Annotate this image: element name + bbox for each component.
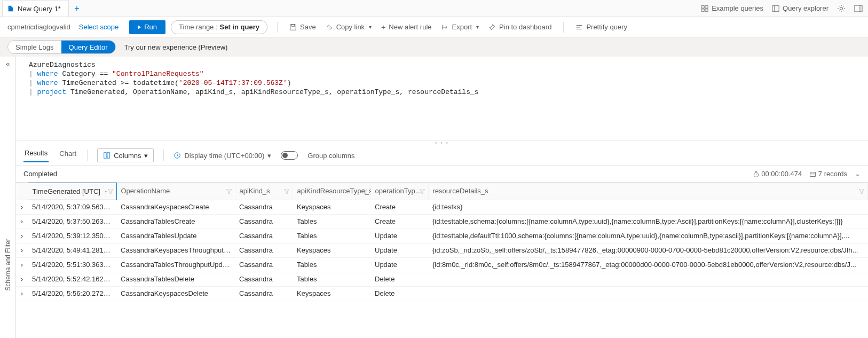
- cell-kind: Cassandra: [235, 229, 293, 243]
- table-row[interactable]: ›5/14/2020, 5:37:09.563 PMCassandraKeysp…: [16, 200, 868, 214]
- prettify-label: Prettify query: [586, 23, 627, 31]
- cell-otype: Update: [370, 229, 428, 243]
- status-bar: Completed 00:00:00.474 7 records ⌄: [16, 166, 868, 182]
- copy-link-button[interactable]: Copy link ▾: [323, 23, 374, 31]
- cell-otype: Create: [370, 214, 428, 229]
- query-code[interactable]: AzureDiagnostics | where Category == "Co…: [23, 57, 868, 140]
- copy-link-label: Copy link: [336, 23, 365, 31]
- expand-row-button[interactable]: ›: [16, 243, 28, 257]
- col-header-rtype[interactable]: apiKindResourceType_s: [293, 183, 370, 200]
- resize-handle[interactable]: • • •: [16, 140, 868, 146]
- prettify-button[interactable]: Prettify query: [573, 23, 629, 31]
- cell-rtype: Tables: [293, 229, 370, 243]
- query-explorer-button[interactable]: Query explorer: [772, 4, 828, 12]
- filter-icon[interactable]: [420, 187, 425, 195]
- filter-icon[interactable]: [284, 187, 289, 195]
- table-row[interactable]: ›5/14/2020, 5:52:42.162 PMCassandraTable…: [16, 272, 868, 286]
- link-icon: [326, 23, 333, 31]
- col-header-details[interactable]: resourceDetails_s: [428, 183, 868, 200]
- save-label: Save: [300, 23, 316, 31]
- cell-op: CassandraKeyspacesThroughputUpdate: [116, 243, 235, 257]
- simple-logs-pill[interactable]: Simple Logs: [8, 41, 61, 53]
- cell-kind: Cassandra: [235, 286, 293, 301]
- settings-icon[interactable]: [837, 4, 846, 13]
- save-icon: [289, 23, 297, 31]
- query-editor[interactable]: AzureDiagnostics | where Category == "Co…: [16, 57, 868, 140]
- collapse-rail-button[interactable]: «: [6, 60, 10, 68]
- svg-rect-3: [705, 9, 708, 11]
- expand-row-button[interactable]: ›: [16, 214, 28, 229]
- pin-button[interactable]: Pin to dashboard: [486, 23, 554, 31]
- filter-icon[interactable]: [859, 187, 864, 195]
- cell-rtype: Keyspaces: [293, 200, 370, 214]
- expand-row-button[interactable]: ›: [16, 272, 28, 286]
- columns-button[interactable]: Columns ▾: [97, 148, 154, 162]
- chart-tab[interactable]: Chart: [58, 150, 77, 162]
- export-label: Export: [452, 23, 472, 31]
- cell-otype: Delete: [370, 272, 428, 286]
- cell-otype: Delete: [370, 286, 428, 301]
- display-time-button[interactable]: Display time (UTC+00:00) ▾: [173, 152, 271, 160]
- example-queries-button[interactable]: Example queries: [701, 4, 763, 12]
- save-button[interactable]: Save: [287, 23, 318, 31]
- example-queries-icon: [701, 5, 708, 12]
- export-button[interactable]: Export ▾: [439, 23, 482, 31]
- svg-point-6: [840, 7, 843, 10]
- main-toolbar: cpmetricdiaglogvalid Select scope Run Ti…: [0, 17, 868, 37]
- chevron-down-icon: ▾: [476, 24, 479, 30]
- table-row[interactable]: ›5/14/2020, 5:56:20.272 PMCassandraKeysp…: [16, 286, 868, 301]
- cell-details: [428, 286, 868, 301]
- time-range-button[interactable]: Time range : Set in query: [171, 20, 267, 34]
- results-tab[interactable]: Results: [23, 149, 49, 162]
- new-alert-label: New alert rule: [389, 23, 431, 31]
- filter-icon[interactable]: [108, 187, 113, 195]
- clock-icon: [173, 152, 181, 159]
- stopwatch-icon: [753, 171, 760, 178]
- table-row[interactable]: ›5/14/2020, 5:51:30.363 PMCassandraTable…: [16, 257, 868, 272]
- run-button[interactable]: Run: [129, 20, 165, 34]
- table-row[interactable]: ›5/14/2020, 5:49:41.281 PMCassandraKeysp…: [16, 243, 868, 257]
- cell-time: 5/14/2020, 5:39:12.350 PM: [28, 229, 116, 243]
- svg-rect-7: [855, 5, 862, 12]
- cell-details: [428, 272, 868, 286]
- col-header-otype[interactable]: operationTyp...: [370, 183, 428, 200]
- cell-op: CassandraTablesUpdate: [116, 229, 235, 243]
- expand-row-button[interactable]: ›: [16, 257, 28, 272]
- expand-row-button[interactable]: ›: [16, 200, 28, 214]
- svg-rect-14: [810, 172, 816, 177]
- cell-rtype: Keyspaces: [293, 286, 370, 301]
- query-explorer-icon: [772, 5, 779, 12]
- query-editor-pill[interactable]: Query Editor: [61, 41, 115, 53]
- col-header-op[interactable]: OperationName: [116, 183, 235, 200]
- svg-rect-4: [772, 5, 779, 11]
- filter-icon[interactable]: [362, 187, 367, 195]
- panel-icon[interactable]: [854, 4, 863, 13]
- select-scope-link[interactable]: Select scope: [79, 23, 119, 31]
- new-tab-button[interactable]: +: [69, 4, 85, 13]
- filter-icon[interactable]: [226, 187, 232, 195]
- query-tabs-bar: New Query 1* + Example queries Query exp…: [0, 0, 868, 17]
- plus-icon: +: [381, 23, 385, 32]
- svg-rect-11: [107, 153, 109, 159]
- expand-row-button[interactable]: ›: [16, 286, 28, 301]
- schema-filter-label[interactable]: Schema and Filter: [4, 239, 12, 290]
- expand-row-button[interactable]: ›: [16, 229, 28, 243]
- col-header-time[interactable]: TimeGenerated [UTC] ↑: [28, 183, 116, 200]
- time-range-prefix: Time range :: [179, 23, 218, 31]
- cell-kind: Cassandra: [235, 272, 293, 286]
- sort-asc-icon: ↑: [105, 188, 108, 195]
- query-tab[interactable]: New Query 1*: [2, 1, 69, 17]
- table-row[interactable]: ›5/14/2020, 5:37:50.263 PMCassandraTable…: [16, 214, 868, 229]
- export-icon: [441, 23, 449, 31]
- col-header-kind[interactable]: apiKind_s: [235, 183, 293, 200]
- cell-kind: Cassandra: [235, 257, 293, 272]
- try-new-link[interactable]: Try our new experience (Preview): [124, 43, 228, 51]
- status-text: Completed: [23, 170, 57, 178]
- cell-op: CassandraKeyspacesDelete: [116, 286, 235, 301]
- editor-mode-bar: Simple Logs Query Editor Try our new exp…: [0, 37, 868, 57]
- cell-otype: Create: [370, 200, 428, 214]
- new-alert-button[interactable]: + New alert rule: [379, 23, 433, 32]
- table-row[interactable]: ›5/14/2020, 5:39:12.350 PMCassandraTable…: [16, 229, 868, 243]
- expand-chevron-icon[interactable]: ⌄: [855, 170, 861, 178]
- group-columns-toggle[interactable]: [281, 151, 298, 160]
